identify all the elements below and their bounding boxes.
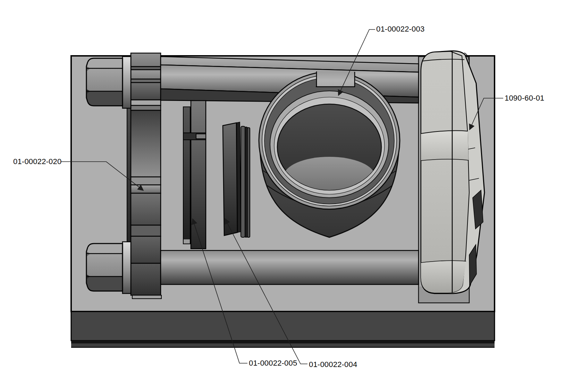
cover-1090-60-01 [421,51,484,293]
disc-front-plate [191,101,206,249]
plate-front-edge-line [71,347,495,348]
flange-segment [131,105,161,110]
flange-segment [131,263,161,295]
bottom-rod [161,250,419,284]
cover-front-face [421,51,469,293]
flange-segment [131,110,161,177]
disc-notch-tab [196,134,206,139]
disc-back-strip [183,107,190,244]
callout-disc-a: 01-00022-005 [249,359,297,367]
flange-segment [131,53,161,67]
hex-head-bottom-faces [85,242,124,292]
callout-flange: 01-00022-020 [13,157,61,166]
bolt-bottom [85,242,131,293]
callout-disc-b: 01-00022-004 [309,360,357,369]
flange-segment [131,100,161,105]
flange-segment [131,193,161,225]
plate-front-band-dark [71,341,495,343]
flange-segment [131,236,161,263]
flange-segment [131,225,161,236]
assembly-drawing-page: 01-00022-003 1090-60-01 01-00022-020 01-… [0,0,565,392]
flange-segment [131,70,161,79]
plate-front-band [71,312,495,341]
washer-bottom [123,242,131,293]
flange-foot [132,295,161,299]
disc-strip-tip [184,239,190,244]
flange-segment [131,83,161,100]
washer-top [123,57,131,108]
flange-segment [131,79,161,83]
disc-01-00022-005 [183,101,206,249]
assembly-drawing [0,0,565,392]
flange-back-strip [127,108,131,243]
cover-bottom-band [421,261,466,293]
flange-01-00022-020 [127,53,161,299]
disc-01-00022-004 [223,122,250,237]
bolt-top [85,57,131,108]
callout-cylinder: 01-00022-003 [376,25,424,33]
callout-cover: 1090-60-01 [505,94,545,102]
hex-head-top-faces [85,57,124,107]
flange-segment [131,67,161,70]
plate-front-band-lower [71,343,495,347]
flange-segment [131,185,161,193]
flange-segment [131,177,161,185]
cover-bulge-band [421,131,469,161]
disc-mid-strip [241,126,245,237]
